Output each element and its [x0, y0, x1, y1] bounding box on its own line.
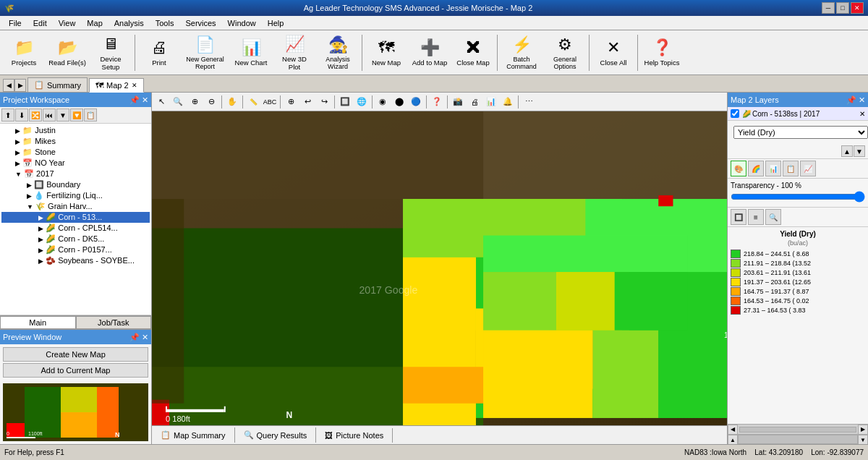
- layer-tool-chart2[interactable]: 📈: [800, 161, 816, 176]
- pw-pin-icon[interactable]: 📌: [129, 95, 140, 105]
- layer-tool-table[interactable]: 📋: [783, 161, 799, 176]
- map-tool-globe[interactable]: 🌐: [354, 94, 370, 110]
- analysis-wizard-button[interactable]: 🧙 Analysis Wizard: [317, 33, 359, 73]
- menu-map[interactable]: Map: [81, 17, 108, 29]
- menu-window[interactable]: Window: [222, 17, 262, 29]
- proj-tool-6[interactable]: 🔽: [70, 108, 83, 122]
- layer-tool-color[interactable]: 🎨: [731, 161, 746, 176]
- layers-pin-icon[interactable]: 📌: [846, 95, 856, 105]
- tree-item-grain-harv[interactable]: ▼ 🌾 Grain Harv...: [1, 201, 150, 212]
- transparency-slider[interactable]: [731, 191, 865, 203]
- pw-close-icon[interactable]: ✕: [142, 95, 148, 105]
- tab-summary[interactable]: 📋 Summary: [27, 77, 88, 92]
- map-tool-redo[interactable]: ↪: [316, 94, 332, 110]
- batch-command-button[interactable]: ⚡ Batch Command: [501, 33, 542, 73]
- map-tool-zoom-fit[interactable]: 🔍: [170, 94, 186, 110]
- map-tool-select[interactable]: ↖: [153, 94, 169, 110]
- map-tool-target[interactable]: ⊕: [283, 94, 299, 110]
- map-tool-measure[interactable]: 📏: [245, 94, 261, 110]
- layers-close-icon[interactable]: ✕: [859, 95, 865, 105]
- map-tool-zoom-out[interactable]: ⊖: [203, 94, 219, 110]
- tree-item-2017[interactable]: ▼ 📅 2017: [1, 169, 150, 179]
- tab-picture-notes[interactable]: 🖼 Picture Notes: [316, 428, 393, 443]
- map-display[interactable]: 0 180ft N 2017 Google 1: [152, 111, 727, 425]
- map-tool-help[interactable]: ❓: [429, 94, 445, 110]
- vscroll-up-btn[interactable]: ▲: [728, 435, 738, 444]
- tree-expand-corn-cpl[interactable]: ▶: [38, 225, 43, 232]
- tree-expand-mikes[interactable]: ▶: [15, 138, 20, 145]
- proj-tool-7[interactable]: 📋: [84, 108, 97, 122]
- menu-view[interactable]: View: [53, 17, 82, 29]
- proj-tool-2[interactable]: ⬇: [15, 108, 28, 122]
- menu-help[interactable]: Help: [262, 17, 290, 29]
- tree-item-mikes[interactable]: ▶ 📁 Mikes: [1, 136, 150, 147]
- proj-tab-main[interactable]: Main: [0, 316, 76, 329]
- minimize-button[interactable]: ─: [822, 2, 835, 14]
- tree-expand-boundary[interactable]: ▶: [27, 182, 32, 189]
- new-3d-plot-button[interactable]: 📈 New 3D Plot: [273, 33, 315, 73]
- print-button[interactable]: 🖨 Print: [138, 33, 180, 73]
- vscroll-down-btn[interactable]: ▼: [858, 435, 868, 444]
- proj-tool-4[interactable]: ⏮: [43, 108, 56, 122]
- menu-analysis[interactable]: Analysis: [109, 17, 150, 29]
- layer-tool-gradient[interactable]: 🌈: [748, 161, 764, 176]
- right-panel-vscrollbar[interactable]: ▲ ▼: [728, 434, 868, 444]
- map-tool-circle[interactable]: ⬤: [391, 94, 407, 110]
- map-tool-label[interactable]: ABC: [262, 94, 278, 110]
- tree-item-justin[interactable]: ▶ 📁 Justin: [1, 125, 150, 136]
- layer-corn-checkbox[interactable]: [731, 109, 739, 118]
- layer-action-2[interactable]: ≡: [748, 209, 764, 225]
- tree-expand-stone[interactable]: ▶: [15, 149, 20, 156]
- new-chart-button[interactable]: 📊 New Chart: [230, 33, 272, 73]
- layer-scroll-down[interactable]: ▼: [854, 145, 865, 157]
- map-tool-dot[interactable]: ◉: [375, 94, 391, 110]
- tab-map-summary[interactable]: 📋 Map Summary: [152, 427, 235, 443]
- map-tool-shape[interactable]: 🔵: [408, 94, 424, 110]
- tab-query-results[interactable]: 🔍 Query Results: [235, 427, 317, 443]
- device-setup-button[interactable]: 🖥 Device Setup: [90, 33, 132, 73]
- menu-services[interactable]: Services: [179, 17, 221, 29]
- proj-tool-5[interactable]: ▼: [56, 108, 69, 122]
- tab-nav-left[interactable]: ◀: [3, 79, 14, 92]
- map-tool-chart[interactable]: 📊: [483, 94, 499, 110]
- layer-corn-item[interactable]: 🌽 Corn - 5138ss | 2017 ✕: [728, 107, 868, 121]
- vscroll-track[interactable]: [738, 435, 858, 444]
- read-files-button[interactable]: 📂 Read File(s): [46, 33, 88, 73]
- add-to-map-button[interactable]: ➕ Add to Map: [409, 33, 451, 73]
- tree-item-boundary[interactable]: ▶ 🔲 Boundary: [1, 179, 150, 190]
- tree-expand-noyear[interactable]: ▶: [15, 160, 20, 167]
- general-options-button[interactable]: ⚙ General Options: [544, 33, 586, 73]
- tree-expand-fertilizing[interactable]: ▶: [27, 192, 32, 200]
- proj-tool-1[interactable]: ⬆: [1, 108, 14, 122]
- layer-corn-close[interactable]: ✕: [859, 110, 865, 118]
- map-tool-more[interactable]: ⋯: [521, 94, 537, 110]
- tree-item-noyear[interactable]: ▶ 📅 NO Year: [1, 158, 150, 169]
- maximize-button[interactable]: □: [836, 2, 849, 14]
- menu-tools[interactable]: Tools: [150, 17, 180, 29]
- new-general-report-button[interactable]: 📄 New General Report: [182, 33, 229, 73]
- scroll-left-btn[interactable]: ◀: [728, 425, 738, 435]
- layer-action-3[interactable]: 🔍: [765, 209, 781, 225]
- close-all-button[interactable]: ✕ Close All: [592, 33, 634, 73]
- layer-action-1[interactable]: 🔲: [731, 209, 746, 225]
- map-tool-notify[interactable]: 🔔: [500, 94, 516, 110]
- layer-tool-classify[interactable]: 📊: [765, 161, 781, 176]
- tree-item-corn-p0157[interactable]: ▶ 🌽 Corn - P0157...: [1, 244, 150, 255]
- tab-map2[interactable]: 🗺 Map 2 ✕: [89, 78, 144, 93]
- close-map-button[interactable]: 🗙 Close Map: [452, 33, 494, 73]
- proj-tool-3[interactable]: 🔀: [29, 108, 42, 122]
- tree-expand-corn-p0157[interactable]: ▶: [38, 247, 43, 254]
- scroll-right-btn[interactable]: ▶: [858, 425, 868, 435]
- tree-item-stone[interactable]: ▶ 📁 Stone: [1, 147, 150, 158]
- map-tool-print[interactable]: 🖨: [467, 94, 482, 110]
- tree-expand-justin[interactable]: ▶: [15, 127, 20, 135]
- proj-tab-job-task[interactable]: Job/Task: [76, 316, 152, 329]
- tree-item-corn-dk5[interactable]: ▶ 🌽 Corn - DK5...: [1, 234, 150, 244]
- scroll-track[interactable]: [739, 427, 856, 433]
- tree-expand-corn-513[interactable]: ▶: [38, 214, 43, 221]
- projects-button[interactable]: 📁 Projects: [3, 33, 45, 73]
- map-tool-pan[interactable]: ✋: [224, 94, 240, 110]
- tree-item-soybeans[interactable]: ▶ 🫘 Soybeans - SOYBE...: [1, 255, 150, 266]
- layer-scroll-up[interactable]: ▲: [841, 145, 853, 157]
- tree-expand-grain-harv[interactable]: ▼: [27, 203, 33, 210]
